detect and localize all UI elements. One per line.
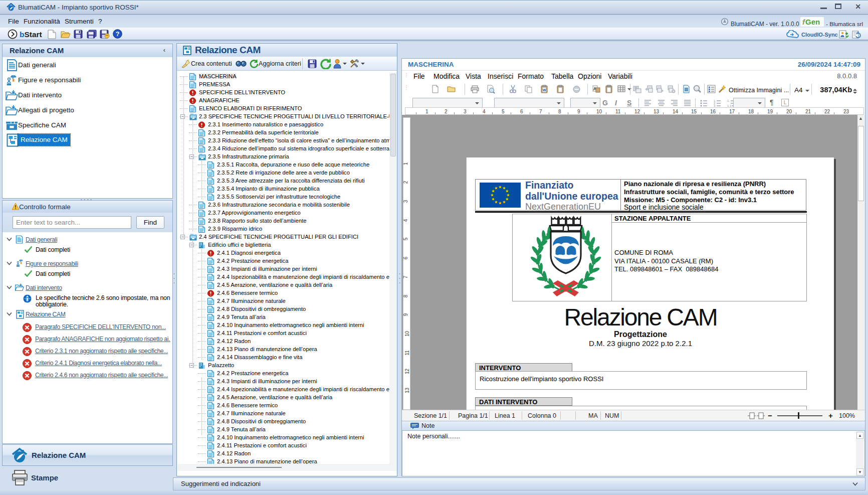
svg-text:1.: 1. xyxy=(727,99,730,102)
svg-text:W: W xyxy=(543,88,546,92)
